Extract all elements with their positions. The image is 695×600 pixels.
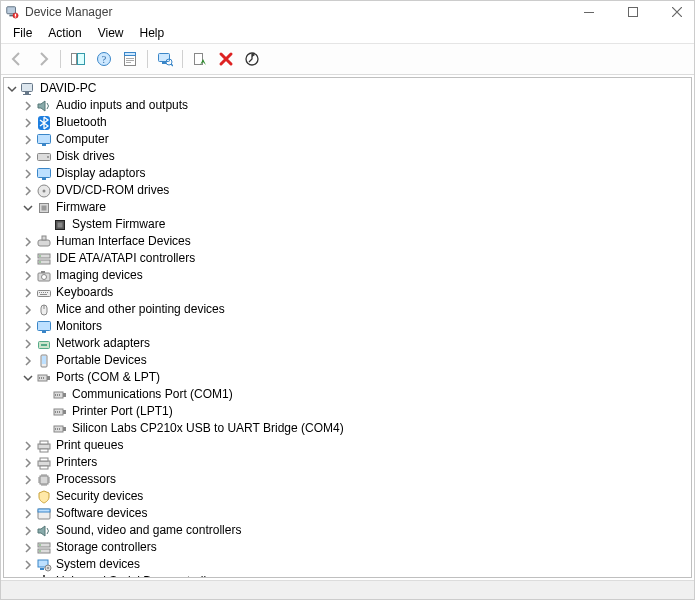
tree-node-disk[interactable]: Disk drives <box>22 148 691 165</box>
camera-icon <box>36 268 52 284</box>
tree-node-monitors[interactable]: Monitors <box>22 318 691 335</box>
tree-node-hid[interactable]: Human Interface Devices <box>22 233 691 250</box>
expand-icon[interactable] <box>22 185 34 197</box>
software-icon <box>36 506 52 522</box>
tree-node-printers[interactable]: Printers <box>22 454 691 471</box>
svg-rect-80 <box>59 428 60 430</box>
tree-node-imaging[interactable]: Imaging devices <box>22 267 691 284</box>
hid-icon <box>36 234 52 250</box>
menu-view[interactable]: View <box>90 24 132 42</box>
tree-node-sound[interactable]: Sound, video and game controllers <box>22 522 691 539</box>
tree-node-software[interactable]: Software devices <box>22 505 691 522</box>
tree-node-label: DAVID-PC <box>40 80 96 97</box>
expand-icon[interactable] <box>22 253 34 265</box>
expand-icon[interactable] <box>22 474 34 486</box>
toolbar-separator <box>147 50 148 68</box>
tree-node-label: Audio inputs and outputs <box>56 97 188 114</box>
tree-node-label: Bluetooth <box>56 114 107 131</box>
security-icon <box>36 489 52 505</box>
tree-node-label: DVD/CD-ROM drives <box>56 182 169 199</box>
tree-node-label: Communications Port (COM1) <box>72 386 233 403</box>
tree-node-processors[interactable]: Processors <box>22 471 691 488</box>
expand-icon[interactable] <box>22 270 34 282</box>
speaker-icon <box>36 98 52 114</box>
expand-icon[interactable] <box>22 355 34 367</box>
menu-action[interactable]: Action <box>40 24 89 42</box>
svg-rect-14 <box>126 60 134 61</box>
svg-rect-50 <box>45 292 46 293</box>
expand-icon[interactable] <box>22 236 34 248</box>
expand-icon[interactable] <box>22 304 34 316</box>
expand-icon[interactable] <box>22 134 34 146</box>
tree-node-storagectrl[interactable]: Storage controllers <box>22 539 691 556</box>
svg-rect-62 <box>47 376 50 380</box>
tree-node-ide[interactable]: IDE ATA/ATAPI controllers <box>22 250 691 267</box>
expand-icon[interactable] <box>22 559 34 571</box>
svg-rect-1 <box>9 15 13 17</box>
tree-node-keyboards[interactable]: Keyboards <box>22 284 691 301</box>
uninstall-device-button[interactable] <box>214 47 238 71</box>
svg-rect-82 <box>40 441 48 444</box>
expand-icon[interactable] <box>22 508 34 520</box>
tree-node-label: Security devices <box>56 488 143 505</box>
expand-icon[interactable] <box>22 117 34 129</box>
disk-icon <box>36 149 52 165</box>
collapse-icon[interactable] <box>22 202 34 214</box>
tree-node-mice[interactable]: Mice and other pointing devices <box>22 301 691 318</box>
enable-device-button[interactable] <box>188 47 212 71</box>
tree-node-display[interactable]: Display adaptors <box>22 165 691 182</box>
tree-node-firmware[interactable]: Firmware <box>22 199 691 216</box>
menu-file[interactable]: File <box>5 24 40 42</box>
tree-node-usb[interactable]: Universal Serial Bus controllers <box>22 573 691 578</box>
tree-node-portable[interactable]: Portable Devices <box>22 352 691 369</box>
tree-node-dvd[interactable]: DVD/CD-ROM drives <box>22 182 691 199</box>
expand-icon[interactable] <box>22 440 34 452</box>
tree-node-lpt1[interactable]: Printer Port (LPT1) <box>38 403 691 420</box>
device-tree[interactable]: DAVID-PCAudio inputs and outputsBluetoot… <box>3 77 692 578</box>
tree-node-system[interactable]: System devices <box>22 556 691 573</box>
update-driver-button[interactable] <box>240 47 264 71</box>
expand-icon[interactable] <box>22 457 34 469</box>
expand-icon[interactable] <box>22 338 34 350</box>
svg-rect-25 <box>38 134 51 143</box>
svg-rect-30 <box>42 178 46 180</box>
window-controls <box>576 2 690 22</box>
expand-icon[interactable] <box>22 168 34 180</box>
tree-node-security[interactable]: Security devices <box>22 488 691 505</box>
svg-rect-34 <box>42 205 47 210</box>
tree-node-printqueues[interactable]: Print queues <box>22 437 691 454</box>
expand-icon[interactable] <box>22 321 34 333</box>
collapse-icon[interactable] <box>22 372 34 384</box>
tree-node-ports[interactable]: Ports (COM & LPT) <box>22 369 691 386</box>
back-button[interactable] <box>5 47 29 71</box>
expand-icon[interactable] <box>22 542 34 554</box>
tree-node-root[interactable]: DAVID-PC <box>6 80 691 97</box>
tree-node-sysfw[interactable]: System Firmware <box>38 216 691 233</box>
collapse-icon[interactable] <box>6 83 18 95</box>
svg-rect-21 <box>22 83 33 91</box>
expand-icon[interactable] <box>22 151 34 163</box>
tree-node-bluetooth[interactable]: Bluetooth <box>22 114 691 131</box>
show-hide-console-button[interactable] <box>66 47 90 71</box>
forward-button[interactable] <box>31 47 55 71</box>
scan-hardware-button[interactable] <box>153 47 177 71</box>
help-button[interactable]: ? <box>92 47 116 71</box>
close-button[interactable] <box>664 2 690 22</box>
minimize-button[interactable] <box>576 2 602 22</box>
expand-icon[interactable] <box>22 576 34 579</box>
maximize-button[interactable] <box>620 2 646 22</box>
menu-help[interactable]: Help <box>132 24 173 42</box>
tree-node-cp210x[interactable]: Silicon Labs CP210x USB to UART Bridge (… <box>38 420 691 437</box>
svg-rect-13 <box>126 58 134 59</box>
cpu-icon <box>36 472 52 488</box>
properties-button[interactable] <box>118 47 142 71</box>
expand-icon[interactable] <box>22 287 34 299</box>
svg-point-93 <box>39 550 41 552</box>
expand-icon[interactable] <box>22 491 34 503</box>
expand-icon[interactable] <box>22 100 34 112</box>
tree-node-network[interactable]: Network adapters <box>22 335 691 352</box>
tree-node-com1[interactable]: Communications Port (COM1) <box>38 386 691 403</box>
expand-icon[interactable] <box>22 525 34 537</box>
tree-node-audio[interactable]: Audio inputs and outputs <box>22 97 691 114</box>
tree-node-computer[interactable]: Computer <box>22 131 691 148</box>
